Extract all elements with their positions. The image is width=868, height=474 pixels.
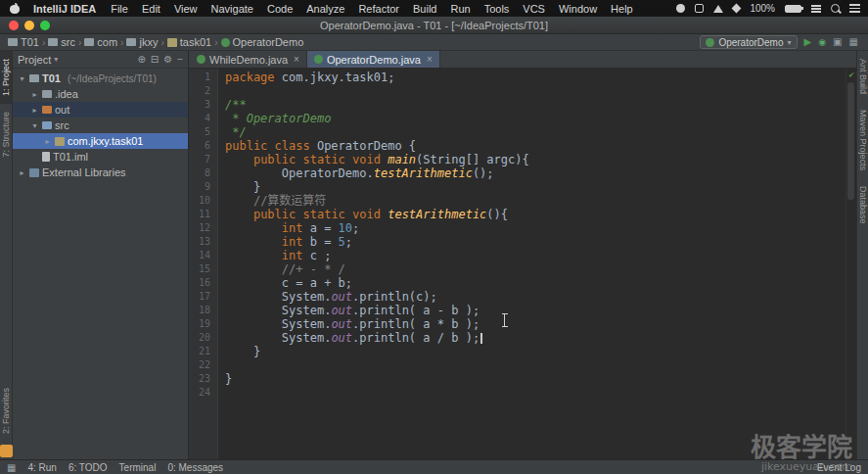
- code-line[interactable]: [225, 386, 856, 400]
- event-log-button[interactable]: Event Log: [817, 462, 861, 473]
- close-icon[interactable]: ×: [294, 54, 299, 65]
- tree-item-t01[interactable]: ▾T01(~/IdeaProjects/T01): [13, 71, 188, 86]
- toolwindow-7-structure[interactable]: 7: Structure: [0, 104, 12, 166]
- code-line[interactable]: * OperatorDemo: [225, 112, 856, 125]
- statusbar-0-messages[interactable]: 0: Messages: [167, 462, 223, 473]
- tree-item-com-jkxy-task01[interactable]: ▸com.jkxy.task01: [13, 133, 188, 149]
- tree-expander-icon[interactable]: ▸: [43, 137, 52, 146]
- tab-operatordemo-java[interactable]: OperatorDemo.java×: [307, 51, 440, 68]
- toolwindow-1-project[interactable]: 1: Project: [0, 51, 12, 104]
- menu-code[interactable]: Code: [260, 3, 299, 15]
- tab-whiledemo-java[interactable]: WhileDemo.java×: [190, 51, 307, 68]
- code-line[interactable]: }: [225, 372, 856, 386]
- breadcrumb-jkxy[interactable]: jkxy: [124, 36, 160, 48]
- gear-icon[interactable]: ⚙: [163, 54, 172, 65]
- close-window-button[interactable]: [9, 21, 19, 30]
- coverage-button[interactable]: ▣: [833, 37, 842, 47]
- tree-item-t01-iml[interactable]: T01.iml: [13, 149, 188, 165]
- menu-vcs[interactable]: VCS: [516, 3, 552, 15]
- code-line[interactable]: package com.jkxy.task01;: [225, 71, 856, 84]
- code-line[interactable]: public class OperatorDemo {: [225, 139, 856, 153]
- apple-menu-icon[interactable]: [10, 3, 20, 14]
- tree-expander-icon[interactable]: ▸: [30, 106, 39, 115]
- code-line[interactable]: }: [225, 345, 856, 358]
- hide-panel-icon[interactable]: −: [177, 54, 183, 65]
- menu-analyze[interactable]: Analyze: [299, 3, 351, 15]
- breadcrumb-src[interactable]: src: [46, 36, 77, 48]
- tree-expander-icon[interactable]: ▾: [30, 121, 39, 130]
- menu-refactor[interactable]: Refactor: [351, 3, 406, 15]
- menu-build[interactable]: Build: [406, 3, 443, 15]
- code-line[interactable]: System.out.println(c);: [225, 290, 856, 304]
- tree-expander-icon[interactable]: ▾: [18, 74, 26, 83]
- tree-item-external-libraries[interactable]: ▸External Libraries: [13, 165, 188, 180]
- breadcrumb-t01[interactable]: T01: [6, 36, 41, 48]
- display-status-icon[interactable]: [811, 5, 821, 13]
- tree-expander-icon[interactable]: ▸: [30, 90, 39, 99]
- editor[interactable]: 123456789101112131415161718192021222324 …: [189, 69, 856, 459]
- code-line[interactable]: System.out.println( a * b );: [225, 317, 856, 331]
- spotlight-search-icon[interactable]: [831, 4, 840, 13]
- battery-icon[interactable]: [785, 5, 801, 13]
- toolwindow-ant-build[interactable]: Ant Build: [857, 51, 868, 102]
- code-line[interactable]: public static void main(String[] argc){: [225, 153, 856, 166]
- minimize-window-button[interactable]: [24, 21, 34, 30]
- favorites-icon[interactable]: [0, 445, 13, 457]
- code-line[interactable]: [225, 84, 856, 98]
- keyboard-status-icon[interactable]: [695, 4, 704, 13]
- inspection-status-icon[interactable]: ✔: [849, 70, 854, 79]
- code-line[interactable]: //+ - * /: [225, 262, 856, 276]
- debug-button[interactable]: ◉: [818, 38, 826, 47]
- run-button[interactable]: ▶: [804, 37, 812, 47]
- tree-item-src[interactable]: ▾src: [13, 118, 188, 133]
- statusbar-4-run[interactable]: 4: Run: [27, 462, 56, 473]
- editor-scrollbar[interactable]: [847, 82, 854, 200]
- code-line[interactable]: int b = 5;: [225, 235, 856, 249]
- breadcrumb-task01[interactable]: task01: [165, 36, 213, 48]
- menu-help[interactable]: Help: [604, 3, 640, 15]
- statusbar-6-todo[interactable]: 6: TODO: [69, 462, 108, 473]
- menu-file[interactable]: File: [104, 3, 135, 15]
- collapse-all-icon[interactable]: ⊟: [151, 54, 159, 65]
- code-line[interactable]: public static void testArithmetic(){: [225, 208, 856, 221]
- app-status-icon[interactable]: [676, 4, 685, 13]
- toolwindow-maven-projects[interactable]: Maven Projects: [857, 102, 868, 178]
- code-line[interactable]: */: [225, 125, 856, 139]
- menu-edit[interactable]: Edit: [135, 3, 167, 15]
- code-line[interactable]: System.out.println( a - b );: [225, 304, 856, 317]
- zoom-window-button[interactable]: [40, 21, 50, 30]
- run-config-selector[interactable]: OperatorDemo ▾: [700, 35, 797, 49]
- code-line[interactable]: OperatorDemo.testArithmetic();: [225, 166, 856, 180]
- menu-view[interactable]: View: [167, 3, 205, 15]
- code-line[interactable]: }: [225, 180, 856, 194]
- code-line[interactable]: int a = 10;: [225, 221, 856, 235]
- code-line[interactable]: [225, 358, 856, 372]
- code-line[interactable]: /**: [225, 98, 856, 112]
- tree-expander-icon[interactable]: ▸: [18, 168, 26, 177]
- statusbar-terminal[interactable]: Terminal: [119, 462, 157, 473]
- code-line[interactable]: int c ;: [225, 249, 856, 262]
- code-line[interactable]: //算数运算符: [225, 194, 856, 208]
- eject-status-icon[interactable]: [713, 5, 723, 13]
- code-area[interactable]: package com.jkxy.task01;/** * OperatorDe…: [218, 69, 856, 459]
- tree-item-idea[interactable]: ▸.idea: [13, 86, 188, 102]
- breadcrumb-operatordemo[interactable]: OperatorDemo: [219, 36, 306, 48]
- menu-run[interactable]: Run: [443, 3, 477, 15]
- app-menu[interactable]: IntelliJ IDEA: [25, 3, 104, 15]
- breadcrumb-com[interactable]: com: [82, 36, 119, 48]
- menu-navigate[interactable]: Navigate: [205, 3, 260, 15]
- menu-tools[interactable]: Tools: [478, 3, 517, 15]
- toolwindow-2-favorites[interactable]: 2: Favorites: [0, 380, 12, 442]
- code-line[interactable]: c = a + b;: [225, 276, 856, 290]
- notification-center-icon[interactable]: [849, 4, 860, 13]
- code-line[interactable]: System.out.println( a / b );: [225, 331, 856, 345]
- project-scope-selector[interactable]: Project: [18, 54, 51, 66]
- tree-item-out[interactable]: ▸out: [13, 102, 188, 118]
- close-icon[interactable]: ×: [427, 54, 433, 65]
- menu-window[interactable]: Window: [552, 3, 604, 15]
- toolwindow-database[interactable]: Database: [857, 178, 868, 232]
- bluetooth-status-icon[interactable]: [732, 4, 742, 14]
- tool-windows-grid-icon[interactable]: ▦: [849, 37, 858, 47]
- toolwindow-switcher-icon[interactable]: ▦: [7, 462, 16, 473]
- scroll-to-source-icon[interactable]: ⊕: [137, 54, 145, 65]
